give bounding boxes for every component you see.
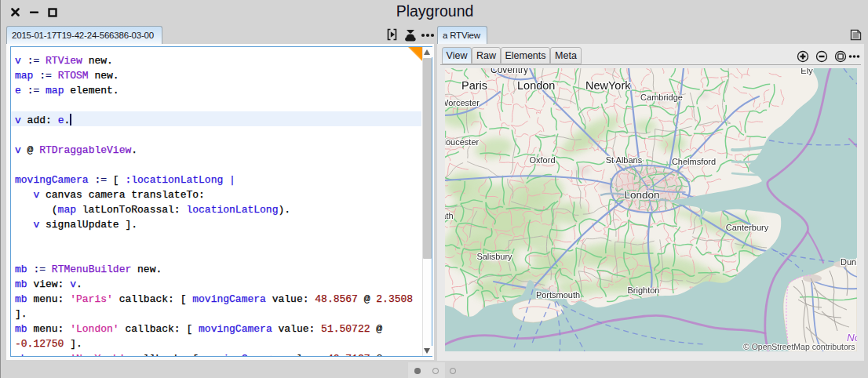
svg-text:Worcester: Worcester bbox=[445, 98, 480, 107]
svg-text:Brighton: Brighton bbox=[628, 285, 660, 295]
svg-text:Oxford: Oxford bbox=[529, 155, 555, 165]
svg-text:Portsmouth: Portsmouth bbox=[536, 290, 580, 300]
svg-text:© OpenStreetMap contributors: © OpenStreetMap contributors bbox=[743, 342, 855, 351]
svg-text:Dunkerque: Dunkerque bbox=[841, 257, 857, 267]
svg-text:Bath: Bath bbox=[445, 211, 454, 220]
svg-text:London: London bbox=[517, 79, 555, 92]
svg-text:Chelmsford: Chelmsford bbox=[672, 157, 716, 166]
svg-text:Cambridge: Cambridge bbox=[640, 93, 683, 102]
svg-text:Ely: Ely bbox=[801, 68, 813, 75]
svg-text:Coventry: Coventry bbox=[491, 68, 528, 75]
svg-text:St Albans: St Albans bbox=[606, 155, 643, 165]
svg-text:Salisbury: Salisbury bbox=[476, 252, 512, 261]
svg-text:Paris: Paris bbox=[461, 79, 487, 92]
svg-text:Gloucester: Gloucester bbox=[445, 137, 480, 147]
svg-text:Canterbury: Canterbury bbox=[726, 223, 769, 232]
svg-text:NewYork: NewYork bbox=[585, 79, 631, 92]
svg-text:London: London bbox=[624, 189, 659, 201]
